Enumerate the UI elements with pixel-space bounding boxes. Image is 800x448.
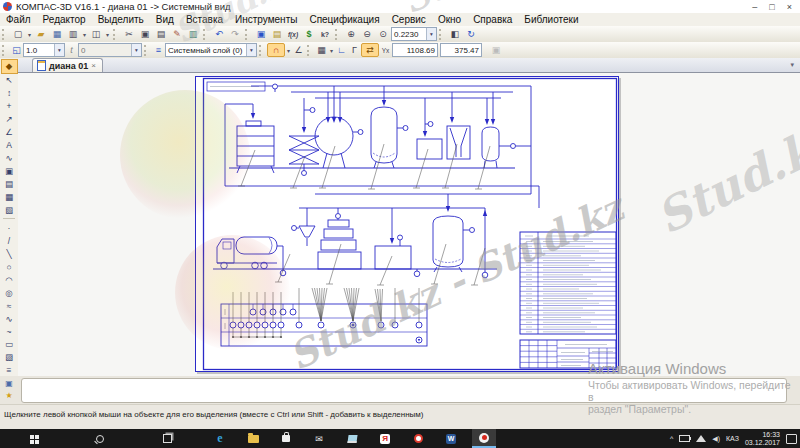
- snap-caret[interactable]: ▾: [285, 47, 292, 54]
- layers-icon[interactable]: ≡: [152, 44, 165, 57]
- grid-caret[interactable]: ▾: [328, 47, 335, 54]
- mail-icon[interactable]: ✉: [307, 429, 331, 448]
- menu-file[interactable]: Файл: [0, 13, 37, 26]
- curve-tool-icon[interactable]: ~: [2, 325, 17, 338]
- redo-icon[interactable]: ↷: [227, 28, 243, 41]
- cut-icon[interactable]: ✂: [121, 28, 137, 41]
- arrow-icon[interactable]: ↗: [2, 113, 17, 126]
- clock[interactable]: 16:33 03.12.2017: [745, 431, 780, 447]
- angle-measure-icon[interactable]: ∠: [2, 126, 17, 139]
- angle-snap-icon[interactable]: ∠: [292, 44, 305, 57]
- paste-icon[interactable]: ▤: [153, 28, 169, 41]
- toolbar-grip[interactable]: [439, 29, 444, 40]
- text-tool-icon[interactable]: A: [2, 139, 17, 152]
- point-tool-icon[interactable]: ·: [2, 221, 17, 234]
- document-view-icon[interactable]: ▣: [253, 28, 269, 41]
- fit-page-icon[interactable]: ◧: [447, 28, 463, 41]
- toolbar-grip[interactable]: [245, 29, 250, 40]
- coordinate-x-field[interactable]: 1108.69: [392, 43, 438, 57]
- toolbar-grip[interactable]: [2, 29, 7, 40]
- undo-icon[interactable]: ↶: [211, 28, 227, 41]
- toolbar-grip[interactable]: [144, 45, 149, 56]
- copy-icon[interactable]: ▣: [137, 28, 153, 41]
- exchange-icon[interactable]: $: [301, 28, 317, 41]
- snap-magnet-icon[interactable]: ∩: [267, 43, 285, 57]
- yandex-icon[interactable]: Я: [373, 429, 397, 448]
- arc-tool-icon[interactable]: ◠: [2, 273, 17, 286]
- start-button[interactable]: [22, 429, 46, 448]
- menu-insert[interactable]: Вставка: [180, 13, 229, 26]
- file-explorer-icon[interactable]: [241, 429, 265, 448]
- menu-select[interactable]: Выделить: [92, 13, 150, 26]
- volume-icon[interactable]: ◀): [712, 435, 720, 443]
- print-icon[interactable]: ▥: [65, 28, 81, 41]
- menu-libraries[interactable]: Библиотеки: [518, 13, 584, 26]
- wifi-icon[interactable]: [696, 435, 706, 442]
- menu-help[interactable]: Справка: [467, 13, 518, 26]
- selection-cursor-icon[interactable]: ↖: [2, 74, 17, 87]
- edge-icon[interactable]: e: [208, 429, 232, 448]
- language-indicator[interactable]: КАЗ: [726, 435, 739, 442]
- document-scale-icon[interactable]: ◱: [10, 44, 23, 57]
- task-view-icon[interactable]: [155, 429, 179, 448]
- preview-caret[interactable]: ▾: [104, 31, 111, 38]
- layout-icon[interactable]: ▦: [2, 191, 17, 204]
- tab-diana-01[interactable]: диана 01 ×: [32, 58, 103, 72]
- zoom-frame-icon[interactable]: ⊕: [343, 28, 359, 41]
- grid-icon[interactable]: ▦: [315, 44, 328, 57]
- combo-arrow-icon[interactable]: ▾: [246, 44, 256, 56]
- combo-arrow-icon[interactable]: ▾: [54, 44, 64, 56]
- tab-close-icon[interactable]: ×: [91, 61, 96, 70]
- laptop-app-icon[interactable]: [340, 429, 364, 448]
- refresh-view-icon[interactable]: ↻: [463, 28, 479, 41]
- taskbar-search-icon[interactable]: [88, 429, 112, 448]
- menu-editor[interactable]: Редактор: [37, 13, 92, 26]
- combo-arrow-icon[interactable]: ▾: [131, 44, 141, 56]
- menu-window[interactable]: Окно: [432, 13, 467, 26]
- zoom-scale-combo[interactable]: 0.2230 ▾: [391, 27, 437, 41]
- multiline-tool-icon[interactable]: ≡: [2, 364, 17, 377]
- step-icon[interactable]: t: [65, 44, 78, 57]
- hatch-tool-icon[interactable]: ▨: [2, 351, 17, 364]
- toolbar-grip[interactable]: [307, 45, 312, 56]
- zoom-current-icon[interactable]: ⊙: [375, 28, 391, 41]
- minimize-button[interactable]: –: [752, 2, 757, 12]
- local-cs-icon[interactable]: ∟: [335, 44, 348, 57]
- property-panel[interactable]: [21, 378, 787, 403]
- battery-icon[interactable]: [679, 435, 690, 442]
- drawing-sheet[interactable]: [195, 76, 619, 372]
- tray-chevron-icon[interactable]: ^: [670, 435, 673, 442]
- geometry-panel-icon[interactable]: ◆: [1, 59, 18, 74]
- yandex-browser-icon[interactable]: [406, 429, 430, 448]
- menu-view[interactable]: Вид: [150, 13, 180, 26]
- maximize-button[interactable]: □: [769, 2, 774, 12]
- styles-panel-icon[interactable]: ★: [2, 390, 16, 401]
- print-caret[interactable]: ▾: [81, 31, 88, 38]
- auxline-tool-icon[interactable]: /: [2, 234, 17, 247]
- ortho-icon[interactable]: Γ: [348, 44, 361, 57]
- polyline-tool-icon[interactable]: ≈: [2, 299, 17, 312]
- menu-service[interactable]: Сервис: [386, 13, 432, 26]
- step-combo[interactable]: 0 ▾: [78, 43, 142, 57]
- image-icon[interactable]: ▣: [2, 165, 17, 178]
- rectangle-tool-icon[interactable]: ▭: [2, 338, 17, 351]
- sheet-icon[interactable]: ▤: [2, 178, 17, 191]
- rounding-icon[interactable]: ⇄: [361, 43, 379, 57]
- zoom-out-icon[interactable]: ⊖: [359, 28, 375, 41]
- schematic-drawing[interactable]: [195, 76, 619, 372]
- toolbar-grip[interactable]: [335, 29, 340, 40]
- properties-panel-icon[interactable]: ▣: [2, 378, 16, 389]
- action-center-icon[interactable]: [786, 434, 797, 444]
- close-button[interactable]: ×: [787, 2, 792, 12]
- fx-icon[interactable]: f(x): [285, 28, 301, 41]
- drawing-canvas[interactable]: [18, 72, 800, 377]
- toolbar-grip[interactable]: [113, 29, 118, 40]
- menu-tools[interactable]: Инструменты: [229, 13, 303, 26]
- new-document-caret[interactable]: ▾: [26, 31, 33, 38]
- circle-tool-icon[interactable]: ○: [2, 260, 17, 273]
- scale-combo[interactable]: 1.0 ▾: [23, 43, 65, 57]
- ellipse-tool-icon[interactable]: ◎: [2, 286, 17, 299]
- toolbar-grip[interactable]: [2, 45, 7, 56]
- kompas-taskbar-icon[interactable]: [472, 429, 496, 448]
- open-folder-icon[interactable]: ▰: [33, 28, 49, 41]
